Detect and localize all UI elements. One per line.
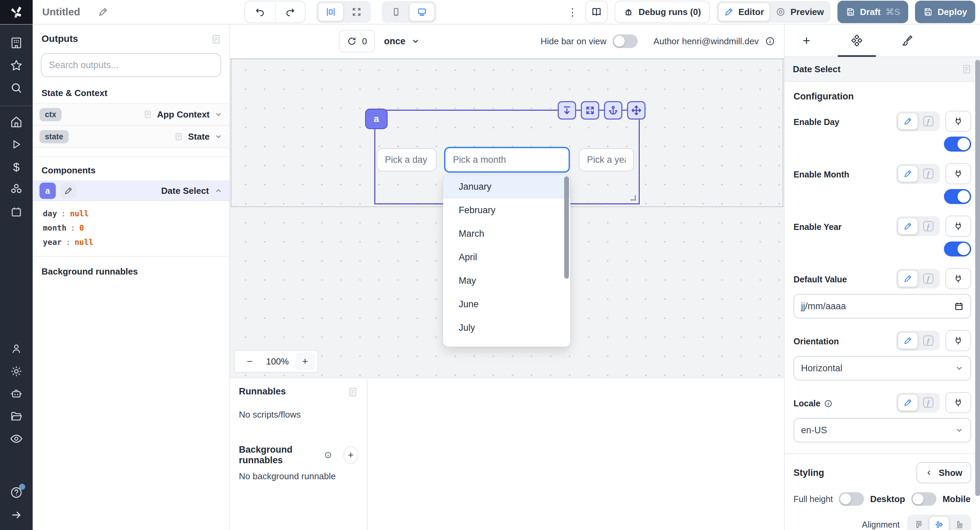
align-bottom-button[interactable]	[950, 516, 970, 530]
chevron-down-icon[interactable]	[215, 110, 223, 118]
component-badge[interactable]: a	[365, 109, 388, 129]
mobile-view-button[interactable]	[383, 2, 409, 21]
align-top-button[interactable]	[908, 516, 929, 530]
docs-button[interactable]	[585, 1, 608, 23]
rename-component-icon[interactable]	[60, 183, 76, 199]
info-icon[interactable]	[824, 399, 833, 408]
month-select-input[interactable]	[444, 147, 570, 173]
resources-icon[interactable]	[0, 182, 33, 197]
month-option[interactable]: April	[443, 246, 570, 269]
month-option[interactable]: May	[443, 269, 570, 292]
expand-rail-icon[interactable]	[0, 508, 33, 522]
debug-runs-button[interactable]: Debug runs (0)	[614, 1, 710, 23]
fullscreen-layout-button[interactable]	[344, 2, 369, 21]
maximize-handle[interactable]	[581, 101, 599, 120]
month-option[interactable]: July	[443, 316, 570, 340]
runnables-doc-icon[interactable]	[348, 386, 358, 398]
preview-tab[interactable]: Preview	[770, 2, 829, 21]
fx-mode-button[interactable]: ƒ	[918, 113, 939, 130]
fx-mode-button[interactable]: ƒ	[918, 218, 939, 235]
favorites-icon[interactable]	[0, 58, 33, 73]
search-outputs-input[interactable]	[41, 53, 221, 77]
rename-app-icon[interactable]	[98, 7, 108, 17]
enable-day-toggle[interactable]	[944, 137, 971, 152]
static-mode-button[interactable]	[898, 165, 918, 182]
locale-select[interactable]: en-US	[794, 418, 971, 442]
audit-eye-icon[interactable]	[0, 431, 33, 446]
month-option[interactable]: June	[443, 292, 570, 316]
enable-year-toggle[interactable]	[944, 241, 971, 257]
zoom-in-button[interactable]: +	[296, 353, 315, 370]
desktop-toggle[interactable]	[911, 492, 937, 506]
anchor-handle[interactable]	[604, 101, 622, 120]
month-option[interactable]: August	[443, 340, 570, 347]
windmill-logo[interactable]	[0, 0, 33, 24]
default-value-date-input[interactable]: jj/mm/aaaa	[794, 294, 971, 318]
month-option[interactable]: February	[443, 199, 570, 222]
user-icon[interactable]	[0, 341, 33, 356]
month-option[interactable]: March	[443, 222, 570, 246]
more-options-button[interactable]: ⋮	[566, 6, 579, 18]
static-mode-button[interactable]	[898, 113, 918, 130]
deploy-button[interactable]: Deploy	[915, 1, 975, 23]
month-option[interactable]: January	[443, 175, 570, 199]
desktop-view-button[interactable]	[409, 2, 435, 21]
editor-tab[interactable]: Editor	[718, 2, 770, 21]
component-doc-icon[interactable]	[962, 63, 972, 75]
tab-global-styling[interactable]	[896, 24, 918, 57]
workers-robot-icon[interactable]	[0, 386, 33, 401]
help-icon[interactable]	[0, 485, 33, 500]
folders-icon[interactable]	[0, 409, 33, 424]
refresh-mode-select[interactable]: once	[384, 36, 420, 47]
enable-month-toggle[interactable]	[944, 189, 971, 204]
show-styling-button[interactable]: Show	[916, 462, 971, 483]
dropdown-scrollbar[interactable]	[564, 176, 569, 279]
chevron-up-icon[interactable]	[215, 187, 223, 195]
undo-button[interactable]	[245, 2, 275, 22]
expand-down-handle[interactable]	[558, 101, 576, 120]
state-row[interactable]: state State	[33, 126, 229, 148]
move-handle[interactable]	[627, 101, 646, 120]
add-background-runnable-button[interactable]: +	[343, 446, 358, 464]
connect-plug-button[interactable]	[945, 111, 971, 132]
settings-gear-icon[interactable]	[0, 364, 33, 379]
fx-mode-button[interactable]: ƒ	[918, 394, 939, 411]
connect-plug-button[interactable]	[945, 392, 971, 413]
search-icon[interactable]	[0, 80, 33, 95]
home-icon[interactable]	[0, 115, 33, 129]
settings-scrollbar[interactable]	[975, 60, 980, 496]
orientation-select[interactable]: Horizontal	[794, 356, 971, 380]
fx-mode-button[interactable]: ƒ	[918, 270, 939, 287]
day-select-input[interactable]	[377, 148, 437, 171]
ctx-row[interactable]: ctx App Context	[33, 103, 229, 126]
connect-plug-button[interactable]	[945, 268, 971, 289]
schedules-icon[interactable]	[0, 204, 33, 219]
fx-mode-button[interactable]: ƒ	[918, 332, 939, 349]
output-month-row[interactable]: month : 0	[43, 221, 229, 235]
fx-mode-button[interactable]: ƒ	[918, 165, 939, 182]
refresh-counter-button[interactable]: 0	[339, 30, 375, 53]
connect-plug-button[interactable]	[945, 216, 971, 237]
variables-icon[interactable]: $	[0, 160, 33, 174]
static-mode-button[interactable]	[898, 332, 918, 349]
year-select-input[interactable]	[579, 148, 634, 171]
component-row-a[interactable]: a Date Select	[33, 180, 229, 201]
full-height-toggle[interactable]	[839, 492, 864, 506]
workspace-icon[interactable]	[0, 35, 33, 50]
runs-icon[interactable]	[0, 137, 33, 152]
centered-layout-button[interactable]	[318, 2, 344, 21]
static-mode-button[interactable]	[898, 270, 918, 287]
tab-component-settings[interactable]	[846, 24, 868, 57]
static-mode-button[interactable]	[898, 218, 918, 235]
redo-button[interactable]	[275, 2, 305, 22]
output-year-row[interactable]: year : null	[43, 235, 229, 249]
align-center-button[interactable]	[929, 516, 950, 530]
output-day-row[interactable]: day : null	[43, 206, 229, 221]
connect-plug-button[interactable]	[945, 330, 971, 351]
app-canvas[interactable]: a	[230, 58, 784, 377]
outputs-doc-icon[interactable]	[211, 34, 221, 45]
info-icon[interactable]	[324, 450, 332, 460]
zoom-out-button[interactable]: −	[240, 353, 259, 370]
info-icon[interactable]	[765, 36, 775, 46]
static-mode-button[interactable]	[898, 394, 918, 411]
